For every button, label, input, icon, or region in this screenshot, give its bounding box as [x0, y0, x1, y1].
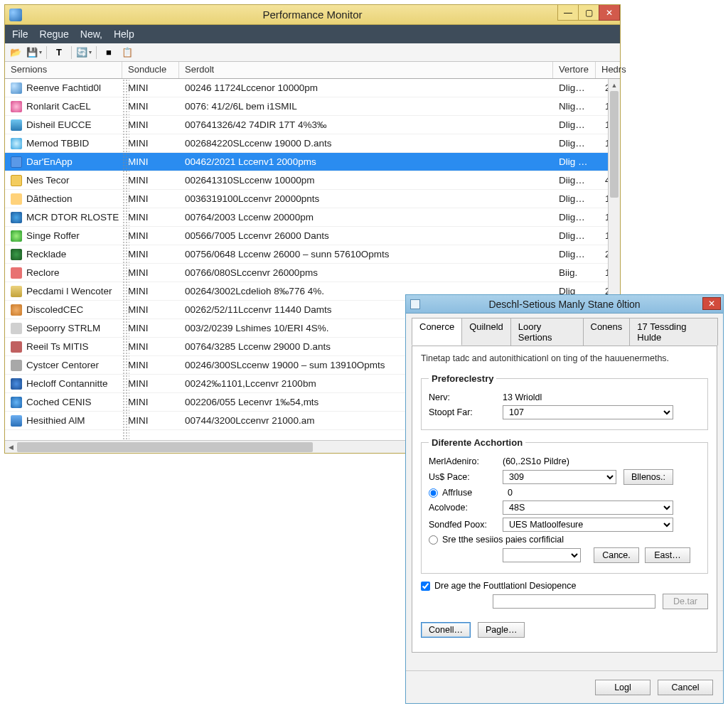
select-acolvode[interactable]: 48S [503, 500, 673, 515]
pagle-button[interactable]: Pagle… [478, 622, 525, 638]
row-serdolt: 00756/0648 Lccenw 26000 – sunn 57610Opmt… [179, 249, 553, 259]
column-sernions[interactable]: Sernions [5, 62, 122, 78]
table-row[interactable]: Nes TecorMINI002641310SLccenw 10000pmDii… [5, 171, 620, 190]
tab-loory-sertions[interactable]: Loory Sertions [510, 318, 584, 346]
detar-button[interactable]: De.tar [663, 594, 708, 609]
dialog-close-button[interactable]: ✕ [702, 297, 721, 310]
browse-button[interactable]: Bllenos.: [623, 469, 673, 485]
table-row[interactable]: Disheil EUCCEMINI007641326/42 74DIR 17T … [5, 116, 620, 134]
toolbar-refresh-icon[interactable]: 🔄 [77, 46, 90, 59]
table-row[interactable]: Reenve Fachtid0lMINI00246 11724Lccenor 1… [5, 79, 620, 97]
row-name: Dar'EnApp [26, 156, 73, 167]
row-name: Nes Tecor [26, 175, 70, 186]
titlebar[interactable]: Performance Monitor — ▢ ✕ [5, 5, 620, 25]
tab-page-conerce: Tinetap tadc and autonithicationl on tin… [412, 346, 717, 653]
table-row[interactable]: Dar'EnAppMINI00462/2021 Lccenv1 2000pmsD… [5, 153, 620, 171]
scroll-up-icon[interactable]: ▲ [609, 79, 620, 91]
column-hedrs[interactable]: Hedrs [596, 62, 620, 78]
row-sonducle: MINI [122, 397, 179, 407]
select-stoopt[interactable]: 107 [503, 405, 673, 419]
select-unnamed[interactable] [503, 548, 581, 562]
input-dreage-path[interactable] [493, 594, 655, 609]
row-icon [11, 323, 22, 334]
toolbar-stop-icon[interactable]: ■ [102, 46, 115, 59]
row-vertore: Dlig… [553, 193, 596, 204]
table-row[interactable]: ReckladeMINI00756/0648 Lccenw 26000 – su… [5, 245, 620, 264]
toolbar-text-icon[interactable]: T [53, 46, 65, 59]
menu-regue[interactable]: Regue [40, 28, 69, 40]
row-icon [11, 101, 22, 112]
value-affrluse: 0 [508, 488, 700, 498]
ok-button[interactable]: Logl [595, 680, 651, 695]
table-row[interactable]: Ronlarit CacELMINI0076: 41/2/6L bem i1SM… [5, 97, 620, 116]
east-button[interactable]: East… [645, 547, 690, 563]
toolbar-open-icon[interactable]: 📂 [9, 46, 22, 59]
tab-quilneld[interactable]: Quilneld [461, 318, 511, 346]
row-name: Pecdami l Wencoter [26, 286, 112, 296]
row-vertore: Dlig… [553, 212, 596, 223]
radio-sre-sessions[interactable] [429, 535, 438, 545]
row-name: Hesithied AlM [26, 415, 85, 426]
row-icon [11, 119, 22, 131]
label-meri: MerlAdeniro: [429, 456, 503, 466]
row-name: Cystcer Centorer [26, 360, 99, 370]
row-sonducle: MINI [122, 267, 179, 278]
row-sonducle: MINI [122, 323, 179, 333]
dialog-titlebar[interactable]: Deschl-Setious Manly Stane ôltion ✕ [406, 295, 723, 314]
hscroll-thumb[interactable] [17, 442, 313, 452]
table-row[interactable]: RecloreMINI00766/080SLccenvr 26000pmsBii… [5, 264, 620, 282]
table-row[interactable]: MCR DTOR RLOSTEMINI00764/2003 Lccenw 200… [5, 208, 620, 227]
maximize-button[interactable]: ▢ [578, 5, 599, 21]
column-resize-handle[interactable] [122, 79, 129, 440]
column-sonducle[interactable]: Sonducle [122, 62, 179, 78]
tab-conens[interactable]: Conens [583, 318, 631, 346]
toolbar-properties-icon[interactable]: 📋 [121, 46, 134, 59]
toolbar-sep [71, 46, 72, 59]
table-row[interactable]: Memod TBBIDMINI002684220SLccenw 19000 D.… [5, 134, 620, 153]
row-name: Coched CENIS [26, 397, 92, 407]
row-vertore: Nlig… [553, 101, 596, 112]
scroll-thumb[interactable] [610, 91, 619, 198]
label-sondled: Sondfed Poox: [429, 520, 503, 530]
close-button[interactable]: ✕ [599, 5, 620, 21]
cancel-button[interactable]: Cancel [658, 680, 713, 695]
toolbar-save-icon[interactable]: 💾 [28, 46, 41, 59]
row-name: Reenve Fachtid0l [26, 82, 101, 93]
minimize-button[interactable]: — [557, 5, 579, 21]
label-uss: Us$ Pace: [429, 472, 503, 482]
menubar: File Regue New, Help [5, 25, 620, 43]
dialog-icon [410, 299, 420, 309]
row-name: Dăthection [26, 193, 73, 204]
tab-conerce[interactable]: Conerce [412, 318, 462, 346]
row-serdolt: 0036319100Lccenvr 20000pnts [179, 193, 553, 204]
row-serdolt: 00766/080SLccenvr 26000pms [179, 267, 553, 278]
toolbar-sep [46, 46, 47, 59]
row-icon [11, 304, 22, 316]
table-row[interactable]: DăthectionMINI0036319100Lccenvr 20000pnt… [5, 190, 620, 208]
menu-new[interactable]: New, [80, 28, 102, 40]
value-nerv: 13 Wrioldl [503, 392, 700, 402]
column-vertore[interactable]: Vertore [553, 62, 596, 78]
conell-button[interactable]: Conell… [421, 622, 471, 638]
cance-button[interactable]: Cance. [594, 547, 639, 563]
row-vertore: Diig… [553, 175, 596, 186]
scroll-left-icon[interactable]: ◀ [5, 444, 17, 451]
row-icon [11, 193, 22, 205]
select-sondled[interactable]: UES Matloolfesure [503, 518, 673, 532]
table-row[interactable]: Singe RofferMINI00566/7005 Lccenvr 26000… [5, 227, 620, 245]
row-sonducle: MINI [122, 101, 179, 112]
row-sonducle: MINI [122, 378, 179, 389]
row-vertore: Dlig … [553, 156, 596, 167]
row-name: Hecloff Contannitte [26, 378, 108, 389]
row-icon [11, 397, 22, 408]
radio-affrluse[interactable] [429, 488, 438, 498]
dialog-hint: Tinetap tadc and autonithicationl on tin… [421, 353, 708, 363]
row-sonducle: MINI [122, 119, 179, 130]
tab-tessding-hulde[interactable]: 17 Tessding Hulde [629, 318, 718, 346]
menu-file[interactable]: File [12, 28, 28, 40]
menu-help[interactable]: Help [114, 28, 134, 40]
column-serdolt[interactable]: Serdolt [179, 62, 553, 78]
select-uss[interactable]: 309 [503, 470, 616, 484]
row-name: DiscoledCEC [26, 304, 83, 315]
checkbox-dreage[interactable] [421, 582, 430, 591]
